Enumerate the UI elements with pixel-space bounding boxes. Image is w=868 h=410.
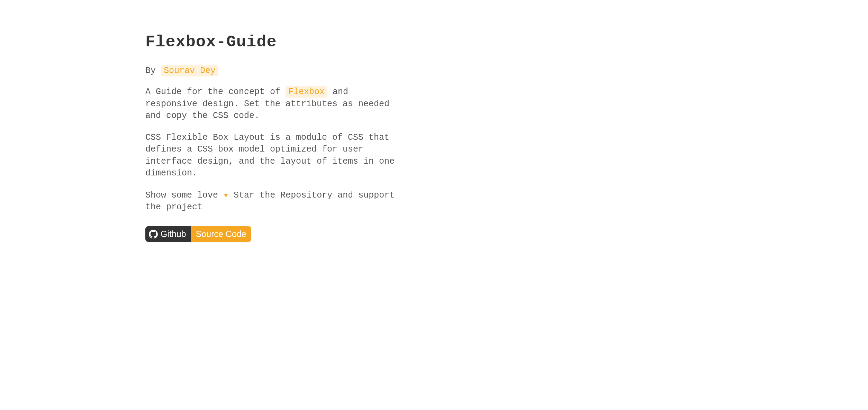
byline: By Sourav Dey	[145, 66, 398, 76]
support-text: Show some love ★ Star the Repository and…	[145, 189, 398, 213]
github-source-label: Source Code	[196, 229, 246, 239]
github-button-left: Github	[145, 226, 191, 242]
page-title: Flexbox-Guide	[145, 33, 398, 51]
author-link[interactable]: Sourav Dey	[161, 65, 218, 76]
desc1-part1: A Guide for the concept of	[145, 87, 286, 97]
github-icon	[149, 230, 158, 239]
github-source-button[interactable]: Github Source Code	[145, 226, 251, 242]
support-part1: Show some love	[145, 190, 223, 200]
flexbox-link[interactable]: Flexbox	[286, 86, 327, 98]
star-icon: ★	[223, 189, 228, 201]
byline-prefix: By	[145, 66, 161, 76]
content-container: Flexbox-Guide By Sourav Dey A Guide for …	[145, 33, 398, 242]
github-button-right: Source Code	[191, 226, 251, 242]
description-1: A Guide for the concept of Flexbox and r…	[145, 86, 398, 122]
description-2: CSS Flexible Box Layout is a module of C…	[145, 132, 398, 180]
github-label: Github	[161, 229, 186, 239]
